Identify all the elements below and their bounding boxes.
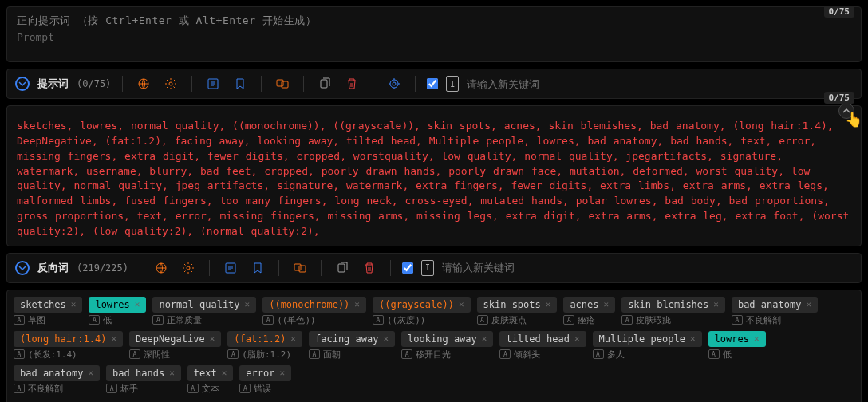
keyword-checkbox[interactable] — [427, 78, 438, 89]
negative-toolbar: 反向词 (219/225) I — [6, 253, 862, 283]
tag-pill[interactable]: (long hair:1.4)✕ — [14, 331, 123, 347]
svg-point-6 — [390, 80, 398, 88]
tag-translation: A不良解剖 — [14, 383, 63, 395]
tag-remove-icon[interactable]: ✕ — [290, 333, 296, 344]
tag-remove-icon[interactable]: ✕ — [690, 333, 696, 344]
tag-remove-icon[interactable]: ✕ — [71, 299, 77, 309]
tag-remove-icon[interactable]: ✕ — [713, 299, 719, 309]
tag-translation: A倾斜头 — [499, 349, 540, 361]
tag-pill[interactable]: bad hands✕ — [106, 365, 181, 381]
positive-counter: 0/75 — [824, 6, 855, 18]
tag-pill[interactable]: normal quality✕ — [152, 297, 256, 313]
copy-icon[interactable] — [315, 74, 334, 93]
tag-pill[interactable]: bad anatomy✕ — [732, 297, 818, 313]
prompt-section-title: 提示词 — [37, 77, 69, 91]
positive-prompt-panel[interactable]: 0/75 正向提示词 （按 Ctrl+Enter 或 Alt+Enter 开始生… — [6, 6, 862, 62]
tag-translation: A(长发:1.4) — [14, 349, 77, 361]
bookmark-icon[interactable] — [248, 258, 267, 278]
svg-rect-5 — [321, 80, 327, 88]
tag-pill[interactable]: acnes✕ — [563, 297, 615, 313]
tag-pill[interactable]: bad anatomy✕ — [14, 365, 100, 381]
tag-remove-icon[interactable]: ✕ — [111, 333, 116, 344]
tag-remove-icon[interactable]: ✕ — [210, 333, 215, 344]
trash-icon[interactable] — [360, 258, 379, 278]
tag-remove-icon[interactable]: ✕ — [383, 333, 389, 344]
tag-pill[interactable]: ((grayscale))✕ — [373, 297, 471, 313]
tag-remove-icon[interactable]: ✕ — [88, 368, 93, 378]
tag-translation: A文本 — [187, 383, 219, 395]
copy-icon[interactable] — [333, 258, 352, 278]
tag-pill[interactable]: Multiple people✕ — [593, 331, 702, 347]
tag-remove-icon[interactable]: ✕ — [806, 299, 811, 309]
tag-translation: A多人 — [593, 349, 625, 361]
tag-remove-icon[interactable]: ✕ — [245, 299, 251, 309]
positive-label: 正向提示词 （按 Ctrl+Enter 或 Alt+Enter 开始生成） — [17, 14, 851, 28]
tag-remove-icon[interactable]: ✕ — [482, 333, 487, 344]
tag-pill[interactable]: skin spots✕ — [477, 297, 558, 313]
prompt-toolbar: 提示词 (0/75) I — [6, 69, 862, 99]
tag-translation: A不良解剖 — [732, 314, 781, 326]
tag-remove-icon[interactable]: ✕ — [574, 333, 580, 344]
tag-pill[interactable]: skin blemishes✕ — [621, 297, 725, 313]
svg-rect-4 — [282, 81, 288, 88]
tag-remove-icon[interactable]: ✕ — [754, 333, 760, 344]
translate-icon[interactable] — [290, 258, 310, 278]
tag-translation: A皮肤瑕疵 — [621, 314, 671, 326]
tag-pill[interactable]: lowres✕ — [89, 297, 146, 313]
tag-translation: A错误 — [239, 383, 271, 395]
tag-translation: A低 — [89, 314, 112, 326]
svg-point-7 — [393, 82, 396, 85]
tag-pill[interactable]: facing away✕ — [309, 331, 395, 347]
gear-icon[interactable] — [179, 258, 198, 278]
gear-icon[interactable] — [161, 74, 180, 93]
tag-remove-icon[interactable]: ✕ — [354, 299, 360, 309]
negative-text: sketches, lowres, normal quality, ((mono… — [17, 119, 851, 239]
svg-point-1 — [169, 82, 172, 85]
bookmark-icon[interactable] — [231, 74, 250, 93]
svg-rect-11 — [294, 264, 301, 270]
svg-rect-12 — [299, 266, 306, 272]
tag-pill[interactable]: error✕ — [239, 365, 291, 381]
tag-translation: A皮肤斑点 — [477, 314, 527, 326]
positive-sublabel: Prompt — [17, 31, 851, 43]
tag-translation: A坏手 — [106, 383, 138, 395]
tag-pill[interactable]: looking away✕ — [401, 331, 493, 347]
tag-remove-icon[interactable]: ✕ — [169, 368, 175, 378]
tag-translation: A草图 — [14, 314, 45, 326]
list-icon[interactable] — [221, 258, 240, 278]
globe-icon[interactable] — [152, 258, 171, 278]
translate-icon[interactable] — [273, 74, 292, 93]
tag-remove-icon[interactable]: ✕ — [135, 299, 140, 309]
tag-remove-icon[interactable]: ✕ — [604, 299, 610, 309]
negative-section-count: (219/225) — [77, 262, 128, 274]
collapse-toggle-neg[interactable] — [15, 261, 30, 275]
tag-remove-icon[interactable]: ✕ — [222, 368, 227, 378]
tag-translation: A移开目光 — [401, 349, 451, 361]
globe-icon[interactable] — [134, 74, 153, 93]
tag-remove-icon[interactable]: ✕ — [279, 368, 285, 378]
keyword-input-neg[interactable] — [442, 262, 853, 274]
tags-panel: sketches✕A草图lowres✕A低normal quality✕A正常质… — [6, 290, 862, 402]
ai-icon[interactable] — [385, 74, 404, 93]
keyword-input[interactable] — [467, 78, 853, 90]
svg-rect-3 — [277, 80, 283, 86]
tag-translation: A(脂肪:1.2) — [227, 349, 291, 361]
tag-translation: A痤疮 — [563, 314, 595, 326]
collapse-toggle[interactable] — [15, 77, 30, 91]
tag-pill[interactable]: lowres✕ — [708, 331, 766, 347]
trash-icon[interactable] — [342, 74, 361, 93]
tag-translation: A((灰度)) — [373, 314, 426, 326]
tag-pill[interactable]: ((monochrome))✕ — [262, 297, 366, 313]
tag-pill[interactable]: sketches✕ — [14, 297, 82, 313]
collapse-up-button[interactable] — [838, 103, 854, 119]
negative-prompt-panel[interactable]: 👆 0/75 sketches, lowres, normal quality,… — [6, 105, 862, 246]
tag-remove-icon[interactable]: ✕ — [459, 299, 464, 309]
tag-pill[interactable]: (fat:1.2)✕ — [227, 331, 302, 347]
tag-remove-icon[interactable]: ✕ — [546, 299, 551, 309]
keyword-checkbox-neg[interactable] — [402, 262, 413, 274]
tag-pill[interactable]: text✕ — [187, 365, 234, 381]
tag-pill[interactable]: DeepNegative✕ — [129, 331, 221, 347]
tag-translation: A正常质量 — [152, 314, 202, 326]
list-icon[interactable] — [203, 74, 223, 93]
tag-pill[interactable]: tilted head✕ — [499, 331, 586, 347]
